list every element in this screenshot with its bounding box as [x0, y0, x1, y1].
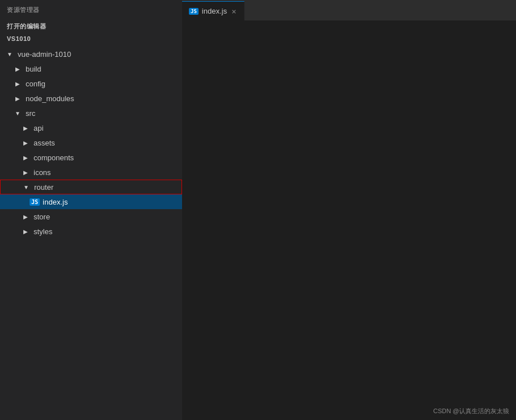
chevron-icon	[14, 110, 22, 117]
chevron-icon	[14, 66, 22, 72]
chevron-icon	[22, 184, 30, 190]
chevron-icon	[22, 169, 30, 176]
tree-item-components[interactable]: components	[0, 150, 182, 165]
folder-label: router	[34, 183, 53, 192]
tab-index-js[interactable]: JS index.js ×	[182, 1, 245, 20]
folder-label: api	[34, 124, 43, 132]
js-icon: JS	[30, 198, 40, 206]
folder-label: build	[26, 65, 41, 73]
tree-item-build[interactable]: build	[0, 61, 182, 76]
tree-item-api[interactable]: api	[0, 120, 182, 135]
line-numbers	[182, 20, 209, 420]
tree-item-styles[interactable]: styles	[0, 224, 182, 239]
chevron-icon	[14, 95, 22, 102]
folder-label: node_modules	[26, 94, 74, 103]
chevron-icon	[14, 81, 22, 87]
folder-label: src	[26, 109, 35, 118]
folder-label: styles	[34, 227, 52, 236]
tree-item-config[interactable]: config	[0, 76, 182, 91]
watermark: CSDN @认真生活的灰太狼	[434, 407, 509, 415]
tab-label: index.js	[202, 7, 227, 15]
chevron-icon	[22, 140, 30, 146]
folder-label: components	[34, 153, 74, 162]
tree-item-router[interactable]: router	[0, 180, 182, 194]
chevron-icon	[22, 125, 30, 131]
tree-item-icons[interactable]: icons	[0, 165, 182, 180]
tab-js-badge: JS	[189, 8, 199, 15]
file-label: index.js	[43, 198, 68, 206]
editor-area: JS index.js ×	[182, 0, 516, 420]
chevron-icon	[22, 228, 30, 235]
folder-label: config	[26, 80, 46, 88]
tree-item-root[interactable]: vue-admin-1010	[0, 47, 182, 61]
file-tree: vue-admin-1010buildconfignode_modulessrc…	[0, 45, 182, 240]
tree-item-src[interactable]: src	[0, 106, 182, 120]
folder-label: vue-admin-1010	[18, 50, 71, 59]
folder-label: store	[34, 213, 50, 221]
tab-bar: JS index.js ×	[182, 0, 516, 20]
chevron-icon	[6, 51, 14, 57]
tab-close-button[interactable]: ×	[230, 7, 237, 16]
tree-item-index_js[interactable]: JSindex.js	[0, 194, 182, 209]
open-editors-section: 打开的编辑器 VS1010	[0, 18, 182, 45]
sidebar-title: 资源管理器	[0, 0, 182, 18]
chevron-icon	[22, 155, 30, 161]
tree-item-assets[interactable]: assets	[0, 135, 182, 150]
chevron-icon	[22, 214, 30, 220]
sidebar: 资源管理器 打开的编辑器 VS1010 vue-admin-1010buildc…	[0, 0, 182, 420]
code-area	[182, 20, 516, 420]
project-label: VS1010	[0, 33, 182, 44]
tree-item-store[interactable]: store	[0, 209, 182, 224]
tree-item-node_modules[interactable]: node_modules	[0, 91, 182, 106]
folder-label: icons	[34, 168, 51, 177]
open-editors-label: 打开的编辑器	[0, 20, 182, 33]
code-content	[209, 20, 516, 420]
folder-label: assets	[34, 139, 55, 147]
